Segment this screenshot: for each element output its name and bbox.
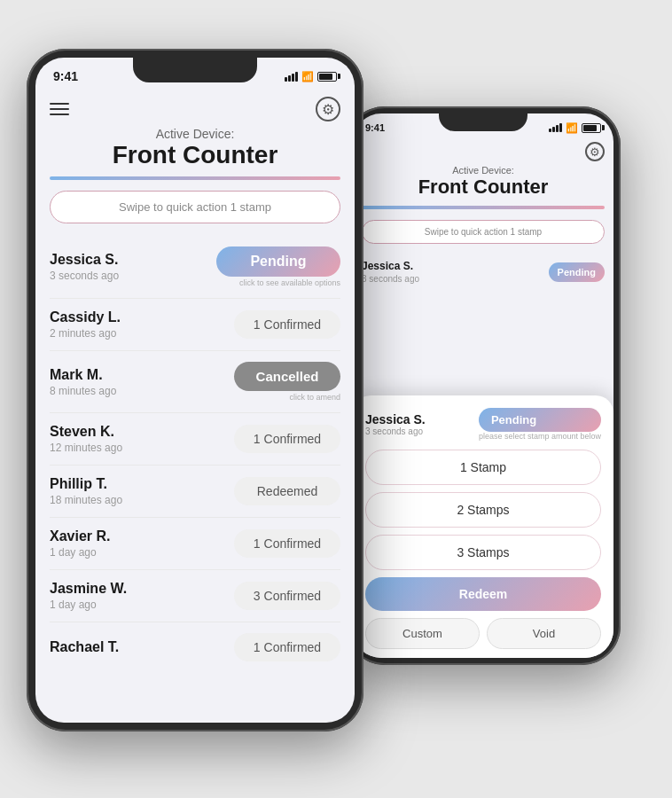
status-icons-back: 📶 [549, 122, 601, 134]
status-badge[interactable]: 3 Confirmed [234, 582, 340, 610]
device-header-back: Active Device: Front Counter [362, 165, 605, 199]
table-row[interactable]: Jasmine W. 1 day ago 3 Confirmed [50, 570, 340, 622]
status-icons-front: 📶 [285, 71, 337, 82]
customer-name: Xavier R. [50, 528, 110, 544]
gear-button-front[interactable]: ⚙ [316, 97, 340, 121]
table-row[interactable]: Jessica S. 3 seconds ago Pending click t… [50, 236, 340, 299]
status-badge[interactable]: Pending [216, 246, 340, 277]
swipe-button-front[interactable]: Swipe to quick action 1 stamp [50, 191, 340, 223]
popup-customer-name: Jessica S. [365, 412, 426, 426]
wifi-back: 📶 [566, 122, 578, 134]
device-header-front: Active Device: Front Counter [50, 127, 340, 169]
customer-time: 3 seconds ago [50, 270, 119, 282]
phone-back-screen: 9:41 📶 ⚙ Active Device: Front Counter Sw… [353, 113, 613, 658]
customer-time: 1 day ago [50, 546, 110, 559]
status-badge[interactable]: 1 Confirmed [234, 425, 340, 453]
table-row[interactable]: Cassidy L. 2 minutes ago 1 Confirmed [50, 299, 340, 351]
hamburger-menu[interactable] [50, 103, 69, 115]
time-back: 9:41 [365, 122, 385, 133]
popup-actions: Custom Void [365, 618, 601, 649]
gradient-bar-back [362, 206, 605, 209]
table-row[interactable]: Rachael T. 1 Confirmed [50, 622, 340, 672]
customer-name: Cassidy L. [50, 309, 121, 325]
status-badge[interactable]: 1 Confirmed [234, 310, 340, 339]
notch-front [133, 58, 257, 82]
table-row[interactable]: Steven K. 12 minutes ago 1 Confirmed [50, 413, 340, 466]
customer-name: Jessica S. [50, 252, 119, 268]
popup-sub-label: please select stamp amount below [479, 432, 601, 441]
wifi-front: 📶 [301, 71, 314, 82]
phone-front-screen: 9:41 📶 ⚙ Active Device: Front Counter [35, 58, 355, 723]
device-name-front: Front Counter [50, 141, 340, 169]
gear-button-back[interactable]: ⚙ [585, 142, 605, 161]
status-badge[interactable]: 1 Confirmed [234, 529, 340, 558]
popup-pending-badge[interactable]: Pending [479, 408, 601, 432]
jessica-badge-back[interactable]: Pending [549, 262, 605, 282]
jessica-name-back: Jessica S. [362, 260, 419, 272]
void-button[interactable]: Void [487, 618, 601, 649]
battery-front [317, 72, 337, 82]
screen-content-front: ⚙ Active Device: Front Counter Swipe to … [35, 90, 355, 723]
customer-name: Rachael T. [50, 639, 119, 655]
badge-sub: click to amend [234, 393, 340, 402]
popup-header: Jessica S. 3 seconds ago Pending please … [365, 408, 601, 441]
table-row[interactable]: Xavier R. 1 day ago 1 Confirmed [50, 518, 340, 570]
customer-time: 18 minutes ago [50, 494, 122, 506]
signal-back [549, 123, 562, 132]
customer-name: Jasmine W. [50, 581, 127, 597]
customer-name: Steven K. [50, 424, 122, 440]
badge-sub: click to see available options [216, 278, 340, 287]
customer-time: 8 minutes ago [50, 385, 116, 397]
customer-time: 12 minutes ago [50, 442, 122, 454]
notch-back [439, 113, 527, 131]
device-label-back: Active Device: [362, 165, 605, 176]
signal-front [285, 72, 298, 82]
phone-back: 9:41 📶 ⚙ Active Device: Front Counter Sw… [346, 106, 621, 665]
time-front: 9:41 [53, 69, 78, 83]
battery-back [582, 123, 601, 133]
stamp-option-1[interactable]: 1 Stamp [365, 450, 601, 485]
popup-card: Jessica S. 3 seconds ago Pending please … [353, 395, 613, 658]
jessica-row-back[interactable]: Jessica S. 3 seconds ago Pending [362, 253, 605, 291]
status-badge[interactable]: Redeemed [234, 477, 340, 505]
status-badge[interactable]: 1 Confirmed [234, 633, 340, 661]
customer-time: 2 minutes ago [50, 327, 121, 340]
device-label-front: Active Device: [50, 127, 340, 141]
customer-list: Jessica S. 3 seconds ago Pending click t… [50, 236, 340, 672]
stamp-option-3[interactable]: 3 Stamps [365, 535, 601, 570]
jessica-time-back: 3 seconds ago [362, 274, 419, 284]
back-screen-body: ⚙ Active Device: Front Counter Swipe to … [353, 138, 613, 291]
custom-button[interactable]: Custom [365, 618, 480, 649]
device-name-back: Front Counter [362, 176, 605, 199]
status-badge[interactable]: Cancelled [234, 362, 340, 391]
redeem-button[interactable]: Redeem [365, 577, 601, 611]
table-row[interactable]: Phillip T. 18 minutes ago Redeemed [50, 466, 340, 518]
table-row[interactable]: Mark M. 8 minutes ago Cancelled click to… [50, 351, 340, 413]
popup-customer-time: 3 seconds ago [365, 426, 426, 436]
gradient-bar-front [50, 176, 340, 180]
swipe-button-back[interactable]: Swipe to quick action 1 stamp [362, 220, 605, 244]
customer-name: Mark M. [50, 367, 116, 383]
customer-time: 1 day ago [50, 598, 127, 611]
phone-front: 9:41 📶 ⚙ Active Device: Front Counter [27, 49, 363, 732]
top-bar: ⚙ [50, 90, 340, 127]
stamp-option-2[interactable]: 2 Stamps [365, 492, 601, 528]
customer-name: Phillip T. [50, 476, 122, 492]
